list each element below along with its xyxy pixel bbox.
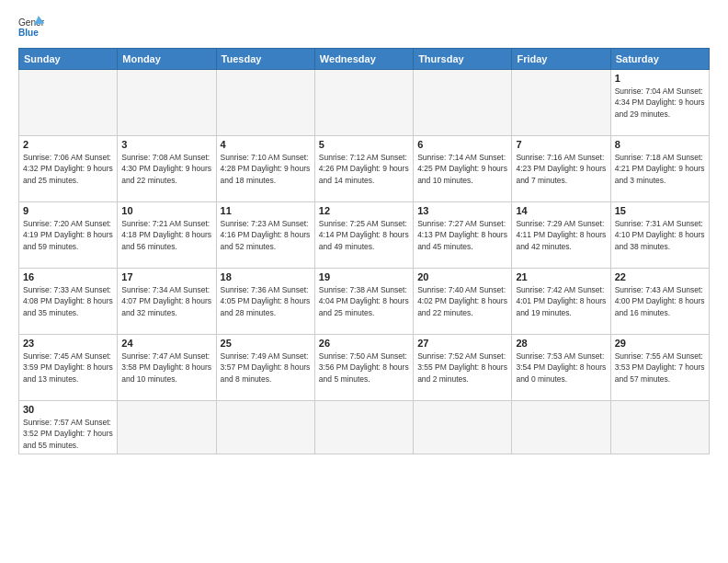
day-number: 3: [121, 139, 211, 150]
calendar-cell: 4Sunrise: 7:10 AM Sunset: 4:28 PM Daylig…: [216, 136, 314, 202]
day-info: Sunrise: 7:53 AM Sunset: 3:54 PM Dayligh…: [516, 350, 606, 385]
calendar-cell: 11Sunrise: 7:23 AM Sunset: 4:16 PM Dayli…: [216, 202, 314, 269]
calendar-cell: [512, 70, 610, 136]
day-info: Sunrise: 7:33 AM Sunset: 4:08 PM Dayligh…: [23, 284, 113, 318]
calendar-cell: [314, 70, 413, 136]
calendar-cell: 28Sunrise: 7:53 AM Sunset: 3:54 PM Dayli…: [512, 335, 610, 401]
calendar-cell: 18Sunrise: 7:36 AM Sunset: 4:05 PM Dayli…: [216, 269, 314, 335]
page: General Blue Sunday Monday Tuesday Wedne…: [0, 0, 728, 563]
day-number: 4: [221, 139, 311, 150]
calendar-cell: 3Sunrise: 7:08 AM Sunset: 4:30 PM Daylig…: [118, 136, 216, 202]
header: General Blue: [18, 15, 710, 40]
day-number: 16: [23, 271, 113, 282]
day-info: Sunrise: 7:31 AM Sunset: 4:10 PM Dayligh…: [615, 218, 705, 252]
calendar-cell: [314, 401, 413, 454]
day-info: Sunrise: 7:06 AM Sunset: 4:32 PM Dayligh…: [23, 152, 113, 186]
day-info: Sunrise: 7:25 AM Sunset: 4:14 PM Dayligh…: [319, 218, 409, 252]
calendar-cell: 14Sunrise: 7:29 AM Sunset: 4:11 PM Dayli…: [512, 202, 610, 269]
day-number: 7: [516, 139, 606, 150]
day-number: 21: [516, 271, 606, 282]
calendar-cell: [19, 70, 118, 136]
logo: General Blue: [18, 15, 44, 40]
svg-text:Blue: Blue: [18, 28, 39, 38]
day-number: 17: [121, 271, 211, 282]
day-info: Sunrise: 7:29 AM Sunset: 4:11 PM Dayligh…: [516, 218, 606, 252]
calendar-cell: 1Sunrise: 7:04 AM Sunset: 4:34 PM Daylig…: [610, 70, 709, 136]
calendar-cell: 15Sunrise: 7:31 AM Sunset: 4:10 PM Dayli…: [610, 202, 709, 269]
day-info: Sunrise: 7:42 AM Sunset: 4:01 PM Dayligh…: [516, 284, 606, 318]
calendar-cell: 6Sunrise: 7:14 AM Sunset: 4:25 PM Daylig…: [414, 136, 512, 202]
calendar-cell: 21Sunrise: 7:42 AM Sunset: 4:01 PM Dayli…: [512, 269, 610, 335]
calendar-cell: 26Sunrise: 7:50 AM Sunset: 3:56 PM Dayli…: [314, 335, 413, 401]
day-info: Sunrise: 7:27 AM Sunset: 4:13 PM Dayligh…: [417, 218, 507, 252]
calendar-cell: 19Sunrise: 7:38 AM Sunset: 4:04 PM Dayli…: [314, 269, 413, 335]
calendar-cell: 17Sunrise: 7:34 AM Sunset: 4:07 PM Dayli…: [118, 269, 216, 335]
calendar-cell: [414, 70, 512, 136]
day-number: 20: [417, 271, 507, 282]
day-number: 23: [23, 338, 113, 349]
day-info: Sunrise: 7:18 AM Sunset: 4:21 PM Dayligh…: [615, 152, 705, 186]
day-info: Sunrise: 7:04 AM Sunset: 4:34 PM Dayligh…: [615, 86, 705, 120]
header-sunday: Sunday: [19, 49, 118, 70]
day-info: Sunrise: 7:20 AM Sunset: 4:19 PM Dayligh…: [23, 218, 113, 252]
header-thursday: Thursday: [414, 49, 512, 70]
weekday-header-row: Sunday Monday Tuesday Wednesday Thursday…: [19, 49, 710, 70]
day-info: Sunrise: 7:12 AM Sunset: 4:26 PM Dayligh…: [319, 152, 409, 186]
day-info: Sunrise: 7:16 AM Sunset: 4:23 PM Dayligh…: [516, 152, 606, 186]
calendar-cell: [216, 70, 314, 136]
day-number: 2: [23, 139, 113, 150]
day-number: 24: [121, 338, 211, 349]
calendar-cell: 16Sunrise: 7:33 AM Sunset: 4:08 PM Dayli…: [19, 269, 118, 335]
calendar-cell: 24Sunrise: 7:47 AM Sunset: 3:58 PM Dayli…: [118, 335, 216, 401]
calendar-cell: 25Sunrise: 7:49 AM Sunset: 3:57 PM Dayli…: [216, 335, 314, 401]
day-number: 8: [615, 139, 705, 150]
day-info: Sunrise: 7:57 AM Sunset: 3:52 PM Dayligh…: [23, 417, 113, 451]
day-number: 30: [23, 404, 113, 415]
day-number: 28: [516, 338, 606, 349]
calendar-cell: 9Sunrise: 7:20 AM Sunset: 4:19 PM Daylig…: [19, 202, 118, 269]
calendar-cell: [512, 401, 610, 454]
header-saturday: Saturday: [610, 49, 709, 70]
day-info: Sunrise: 7:55 AM Sunset: 3:53 PM Dayligh…: [615, 350, 705, 385]
day-info: Sunrise: 7:10 AM Sunset: 4:28 PM Dayligh…: [221, 152, 311, 186]
header-tuesday: Tuesday: [216, 49, 314, 70]
day-info: Sunrise: 7:49 AM Sunset: 3:57 PM Dayligh…: [221, 350, 311, 385]
day-number: 9: [23, 205, 113, 216]
calendar-cell: 12Sunrise: 7:25 AM Sunset: 4:14 PM Dayli…: [314, 202, 413, 269]
calendar-cell: 29Sunrise: 7:55 AM Sunset: 3:53 PM Dayli…: [610, 335, 709, 401]
day-info: Sunrise: 7:38 AM Sunset: 4:04 PM Dayligh…: [319, 284, 409, 318]
calendar-cell: 27Sunrise: 7:52 AM Sunset: 3:55 PM Dayli…: [414, 335, 512, 401]
calendar-cell: 2Sunrise: 7:06 AM Sunset: 4:32 PM Daylig…: [19, 136, 118, 202]
day-number: 14: [516, 205, 606, 216]
calendar-cell: 22Sunrise: 7:43 AM Sunset: 4:00 PM Dayli…: [610, 269, 709, 335]
day-number: 26: [319, 338, 409, 349]
calendar-cell: 5Sunrise: 7:12 AM Sunset: 4:26 PM Daylig…: [314, 136, 413, 202]
calendar-cell: 13Sunrise: 7:27 AM Sunset: 4:13 PM Dayli…: [414, 202, 512, 269]
day-number: 12: [319, 205, 409, 216]
day-info: Sunrise: 7:47 AM Sunset: 3:58 PM Dayligh…: [121, 350, 211, 385]
calendar-cell: 23Sunrise: 7:45 AM Sunset: 3:59 PM Dayli…: [19, 335, 118, 401]
day-number: 27: [417, 338, 507, 349]
calendar-cell: 20Sunrise: 7:40 AM Sunset: 4:02 PM Dayli…: [414, 269, 512, 335]
header-monday: Monday: [118, 49, 216, 70]
day-number: 11: [221, 205, 311, 216]
header-friday: Friday: [512, 49, 610, 70]
day-number: 22: [615, 271, 705, 282]
day-number: 10: [121, 205, 211, 216]
day-info: Sunrise: 7:50 AM Sunset: 3:56 PM Dayligh…: [319, 350, 409, 385]
day-info: Sunrise: 7:36 AM Sunset: 4:05 PM Dayligh…: [221, 284, 311, 318]
calendar-cell: [216, 401, 314, 454]
calendar-cell: 7Sunrise: 7:16 AM Sunset: 4:23 PM Daylig…: [512, 136, 610, 202]
calendar-cell: 10Sunrise: 7:21 AM Sunset: 4:18 PM Dayli…: [118, 202, 216, 269]
day-number: 15: [615, 205, 705, 216]
day-info: Sunrise: 7:21 AM Sunset: 4:18 PM Dayligh…: [121, 218, 211, 252]
day-number: 29: [615, 338, 705, 349]
calendar-cell: [610, 401, 709, 454]
day-info: Sunrise: 7:08 AM Sunset: 4:30 PM Dayligh…: [121, 152, 211, 186]
day-number: 5: [319, 139, 409, 150]
calendar-cell: [414, 401, 512, 454]
calendar-cell: [118, 70, 216, 136]
calendar-cell: 8Sunrise: 7:18 AM Sunset: 4:21 PM Daylig…: [610, 136, 709, 202]
day-number: 18: [221, 271, 311, 282]
day-info: Sunrise: 7:34 AM Sunset: 4:07 PM Dayligh…: [121, 284, 211, 318]
